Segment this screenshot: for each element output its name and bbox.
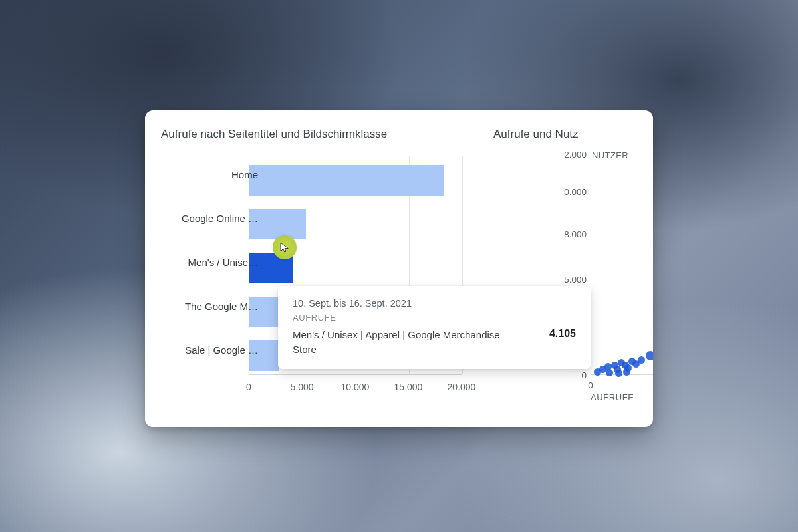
y-tick: 5.000 (564, 275, 587, 285)
tooltip-row: Men's / Unisex | Apparel | Google Mercha… (293, 328, 576, 357)
y-tick: 2.000 (564, 150, 587, 160)
card-inner: Aufrufe nach Seitentitel und Bildschirmk… (145, 110, 653, 427)
x-tick: 0 (588, 380, 593, 390)
x-tick: 0 (246, 382, 251, 392)
bar-label: Sale | Google … (172, 344, 258, 356)
scatter-x-label: AUFRUFE (591, 392, 634, 402)
scatter-chart-title: Aufrufe und Nutz (493, 128, 579, 141)
scatter-dot[interactable] (646, 351, 653, 360)
bar-label: The Google M… (172, 301, 258, 312)
bar-chart-title: Aufrufe nach Seitentitel und Bildschirmk… (161, 128, 387, 141)
scatter-dot[interactable] (638, 356, 645, 364)
x-tick: 20.000 (448, 382, 476, 392)
bar[interactable] (249, 165, 444, 196)
bar-label: Men's / Unise… (172, 257, 258, 268)
y-tick: 0 (581, 370, 587, 380)
x-tick: 5.000 (290, 382, 313, 392)
tooltip-item-name: Men's / Unisex | Apparel | Google Mercha… (293, 328, 519, 357)
bar-label: Google Online … (172, 213, 258, 224)
x-tick: 15.000 (394, 382, 423, 392)
x-axis: 0 5.000 10.000 15.000 20.000 (249, 378, 462, 391)
scatter-dot[interactable] (623, 368, 630, 376)
tooltip-metric-label: AUFRUFE (293, 313, 576, 323)
bar-label: Home (172, 169, 258, 180)
cursor-highlight-icon (273, 235, 297, 259)
scatter-plot-area (591, 152, 653, 375)
analytics-card: Aufrufe nach Seitentitel und Bildschirmk… (145, 110, 653, 427)
chart-tooltip: 10. Sept. bis 16. Sept. 2021 AUFRUFE Men… (278, 286, 591, 369)
x-tick: 10.000 (341, 382, 370, 392)
scatter-dot[interactable] (615, 370, 622, 377)
tooltip-date-range: 10. Sept. bis 16. Sept. 2021 (293, 298, 576, 309)
y-tick: 8.000 (564, 229, 587, 239)
tooltip-value: 4.105 (549, 328, 576, 340)
y-tick: 0.000 (564, 187, 587, 197)
scatter-dot[interactable] (606, 369, 613, 376)
